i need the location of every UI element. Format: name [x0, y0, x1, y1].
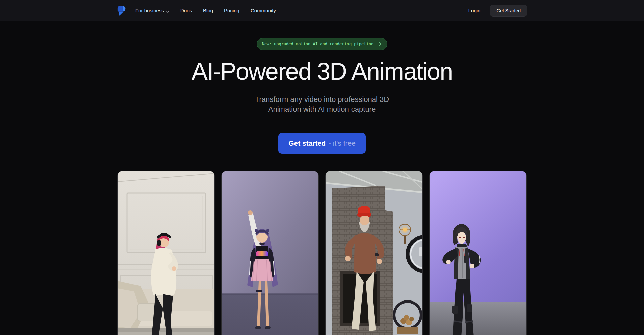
- nav-item-blog[interactable]: Blog: [203, 8, 213, 13]
- page-title: AI-Powered 3D Animation: [0, 59, 644, 83]
- cta-row: Get started - it's free: [0, 133, 644, 154]
- cta-secondary-label: - it's free: [329, 139, 356, 147]
- gallery-card-anime-boy: [429, 171, 527, 335]
- nav-item-docs[interactable]: Docs: [180, 8, 192, 13]
- hero-subtitle: Transform any video into professional 3D…: [0, 94, 644, 114]
- gallery-card-dancer-living-room: [117, 171, 215, 335]
- nav-get-started-button[interactable]: Get Started: [490, 5, 527, 17]
- arrow-right-icon: [377, 42, 382, 46]
- dancer-living-room-illustration: [118, 171, 215, 335]
- nav-item-community[interactable]: Community: [251, 8, 276, 13]
- brand-logo[interactable]: [117, 5, 128, 16]
- video-gallery: [0, 171, 644, 335]
- brand-logo-icon: [117, 5, 128, 16]
- anime-girl-illustration: [222, 171, 319, 335]
- nav-item-pricing[interactable]: Pricing: [224, 8, 239, 13]
- login-link[interactable]: Login: [468, 8, 481, 13]
- badge-row: New: upgraded motion AI and rendering pi…: [0, 38, 644, 50]
- nav-links: For business Docs Blog Pricing Community: [135, 7, 276, 14]
- gallery-card-anime-girl: [221, 171, 319, 335]
- nav-right: Login Get Started: [468, 5, 527, 17]
- nav-item-label: For business: [135, 8, 164, 13]
- nav-item-for-business[interactable]: For business: [135, 7, 169, 14]
- chevron-down-icon: [166, 8, 169, 14]
- top-nav: For business Docs Blog Pricing Community…: [0, 0, 644, 21]
- announcement-text: New: upgraded motion AI and rendering pi…: [262, 42, 373, 46]
- anime-boy-illustration: [430, 171, 527, 335]
- man-fireplace-illustration: [326, 171, 423, 335]
- hero-section: New: upgraded motion AI and rendering pi…: [0, 38, 644, 335]
- announcement-badge[interactable]: New: upgraded motion AI and rendering pi…: [257, 38, 387, 50]
- get-started-cta-button[interactable]: Get started - it's free: [278, 133, 366, 154]
- nav-container: For business Docs Blog Pricing Community…: [117, 0, 527, 21]
- gallery-card-man-fireplace: [325, 171, 423, 335]
- cta-primary-label: Get started: [288, 139, 326, 147]
